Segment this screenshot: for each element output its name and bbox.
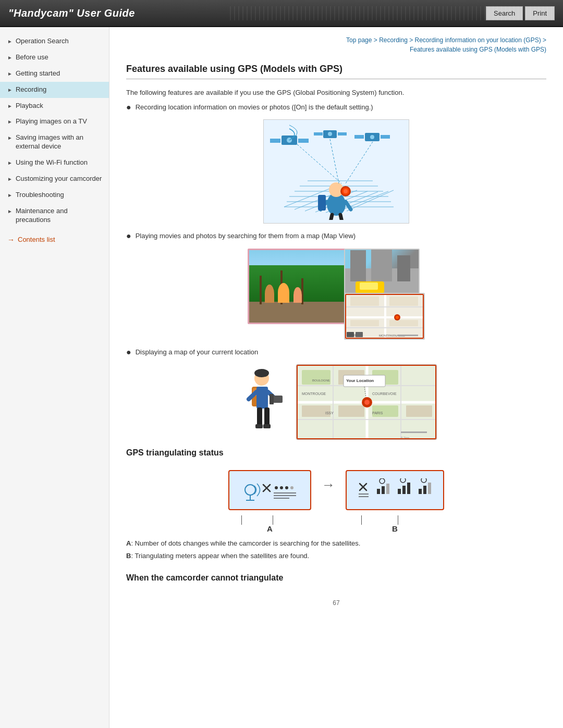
chevron-right-icon: ► (7, 103, 13, 109)
gps-box-a-inner (228, 470, 311, 510)
intro-paragraph: The following features are available if … (126, 88, 546, 98)
photo-1 (248, 249, 349, 324)
svg-rect-65 (263, 424, 271, 428)
breadcrumb-top[interactable]: Top page (346, 36, 372, 44)
chevron-right-icon: ► (7, 87, 13, 93)
page-layout: ► Operation Search ► Before use ► Gettin… (0, 27, 563, 728)
svg-point-92 (245, 485, 255, 495)
app-title: "Handycam" User Guide (8, 7, 135, 19)
sidebar-item-recording[interactable]: ► Recording (0, 82, 109, 98)
svg-line-35 (297, 144, 341, 183)
print-button[interactable]: Print (525, 6, 555, 20)
svg-point-98 (280, 486, 283, 489)
svg-text:BOULOGNE: BOULOGNE (312, 379, 330, 382)
svg-rect-51 (397, 335, 418, 336)
feature-text-3: Displaying a map of your current locatio… (136, 347, 259, 357)
breadcrumb-sep2: > (409, 36, 414, 44)
gps-satellite-image (263, 119, 409, 224)
svg-rect-62 (257, 408, 262, 426)
label-b: B (392, 524, 398, 533)
svg-rect-90 (401, 431, 427, 433)
breadcrumb-gps-info[interactable]: Recording information on your location (… (415, 36, 541, 44)
sidebar-item-customizing[interactable]: ► Customizing your camcorder (0, 171, 109, 187)
sidebar-item-operation-search[interactable]: ► Operation Search (0, 33, 109, 50)
map-view-image: PARIS MONTPARNASSE 0 200m (248, 249, 425, 340)
breadcrumb-gps-features[interactable]: Features available using GPS (Models wit… (410, 46, 546, 53)
feature-bullet-1: ● Recording location information on movi… (126, 102, 546, 113)
sidebar-item-label: Using the Wi-Fi function (16, 158, 104, 167)
chevron-right-icon: ► (7, 118, 13, 125)
gps-desc-b: B: Triangulating meters appear when the … (126, 551, 546, 561)
svg-rect-64 (255, 424, 263, 428)
svg-text:COURBEVOIE: COURBEVOIE (372, 392, 397, 396)
gps-status-diagram: A → (126, 465, 546, 531)
gps-box-b-inner (346, 470, 444, 510)
svg-rect-45 (350, 320, 379, 326)
chevron-right-icon: ► (7, 208, 13, 215)
svg-point-111 (380, 478, 385, 484)
label-b-bold: B (126, 552, 131, 560)
svg-rect-117 (423, 486, 426, 494)
svg-point-99 (285, 486, 288, 489)
breadcrumb-sep: > (374, 36, 379, 44)
sidebar-item-maintenance[interactable]: ► Maintenance and precautions (0, 203, 109, 228)
sidebar-item-label: Recording (16, 85, 104, 94)
sidebar-item-getting-started[interactable]: ► Getting started (0, 66, 109, 82)
svg-rect-46 (389, 320, 418, 326)
svg-rect-44 (389, 297, 418, 306)
svg-text:ISSY: ISSY (325, 411, 334, 415)
svg-rect-43 (350, 297, 379, 306)
svg-line-30 (340, 215, 342, 220)
sidebar-item-playing-images[interactable]: ► Playing images on a TV (0, 114, 109, 130)
page-number: 67 (126, 595, 546, 607)
sidebar-item-label: Customizing your camcorder (16, 175, 104, 183)
breadcrumb-recording[interactable]: Recording (379, 36, 408, 44)
svg-rect-15 (298, 139, 309, 143)
gps-box-a: A (228, 470, 311, 510)
search-button[interactable]: Search (486, 6, 523, 20)
gps-satellite-svg (268, 124, 404, 220)
svg-line-36 (346, 142, 373, 183)
sidebar-item-troubleshooting[interactable]: ► Troubleshooting (0, 187, 109, 203)
svg-text:PARIS: PARIS (372, 411, 383, 415)
svg-rect-109 (382, 486, 385, 494)
sidebar-item-before-use[interactable]: ► Before use (0, 50, 109, 66)
svg-rect-112 (398, 489, 401, 494)
box-b-indicator (361, 515, 362, 525)
feature-bullet-3: ● Displaying a map of your current locat… (126, 347, 546, 357)
box-a-indicator (241, 515, 242, 525)
gps-desc-a: A: Number of dots changes while the camc… (126, 538, 546, 549)
svg-rect-14 (270, 139, 280, 143)
svg-text:Your Location: Your Location (346, 378, 374, 383)
breadcrumb: Top page > Recording > Recording informa… (126, 35, 546, 54)
sidebar-item-playback[interactable]: ► Playback (0, 98, 109, 114)
sidebar-item-label: Maintenance and precautions (16, 207, 104, 225)
label-a: A (267, 524, 273, 533)
sidebar-item-label: Operation Search (16, 37, 104, 46)
sidebar-item-label: Playback (16, 102, 104, 110)
svg-rect-63 (264, 408, 270, 426)
svg-text:0   200m: 0 200m (397, 338, 408, 340)
svg-rect-23 (338, 132, 347, 135)
contents-list-link[interactable]: → Contents list (0, 230, 109, 249)
svg-point-54 (254, 369, 269, 377)
svg-point-34 (344, 189, 348, 193)
sidebar: ► Operation Search ► Before use ► Gettin… (0, 27, 109, 728)
sidebar-item-saving-images[interactable]: ► Saving images with an external device (0, 130, 109, 155)
sidebar-item-wifi[interactable]: ► Using the Wi-Fi function (0, 155, 109, 171)
svg-point-119 (421, 478, 426, 483)
sidebar-item-label: Playing images on a TV (16, 117, 104, 126)
svg-rect-79 (406, 405, 432, 417)
header-actions: Search Print (486, 6, 555, 20)
main-content: Top page > Recording > Recording informa… (109, 27, 563, 728)
header: "Handycam" User Guide Search Print (0, 0, 563, 27)
svg-point-24 (328, 132, 332, 136)
map-thumbnail: PARIS MONTPARNASSE 0 200m (344, 293, 425, 340)
gps-boxes: A → (228, 465, 444, 531)
sidebar-item-label: Before use (16, 53, 104, 62)
gps-transition-arrow: → (322, 477, 335, 493)
svg-point-81 (364, 400, 370, 405)
bullet-dot-icon2: ● (126, 231, 131, 241)
svg-text:0    1km: 0 1km (401, 436, 409, 439)
svg-rect-18 (354, 135, 364, 139)
